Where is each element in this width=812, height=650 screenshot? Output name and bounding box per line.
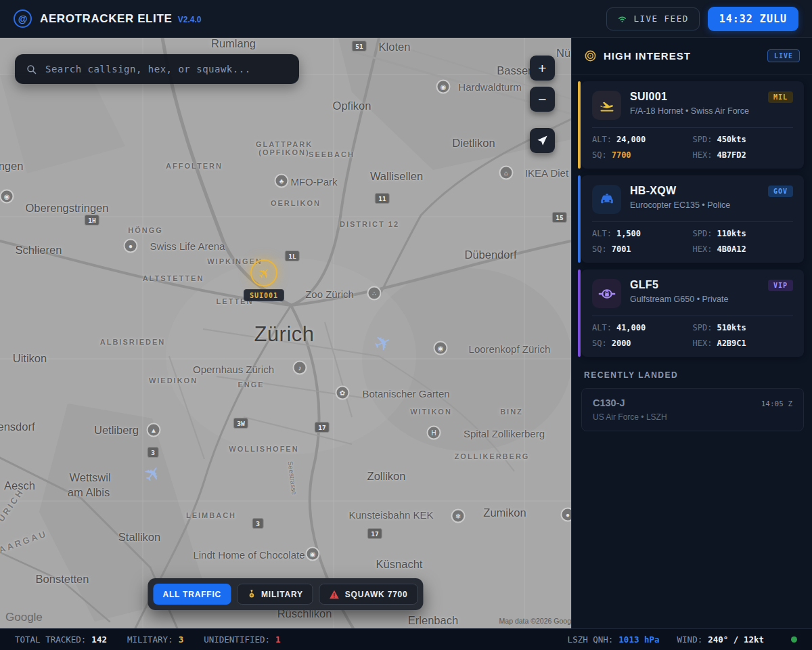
map-label: ZOLLIKERBERG xyxy=(455,452,530,460)
military-count-value: 3 xyxy=(179,634,184,645)
hex-label: HEX: xyxy=(693,339,713,348)
filter-squawk-label: SQUAWK 7700 xyxy=(345,590,408,599)
map-label: Botanischer Garten xyxy=(362,388,449,399)
map-label: HÖNGG xyxy=(128,226,163,234)
recent-detail: US Air Force • LSZH xyxy=(593,412,792,422)
alt-value: 41,000 xyxy=(616,323,646,332)
brand: @ AEROTRACKER ELITE V2.4.0 xyxy=(14,9,201,28)
aircraft-card-hbxqw[interactable]: HB-XQW GOV Eurocopter EC135 • Police ALT… xyxy=(581,175,804,263)
map-label: Kloten xyxy=(379,41,411,53)
map-label: Loorenkopf Zürich xyxy=(469,343,551,355)
recently-landed-card[interactable]: C130-J 14:05 Z US Air Force • LSZH xyxy=(581,388,804,431)
sq-label: SQ: xyxy=(592,244,607,254)
card-subtitle: Eurocopter EC135 • Police xyxy=(630,200,793,210)
map-label: ALBISRIEDEN xyxy=(100,338,166,346)
map-label: Zollikon xyxy=(367,470,406,483)
map-label: Swiss Life Arena xyxy=(150,240,225,252)
card-divider xyxy=(592,316,793,316)
top-bar: @ AEROTRACKER ELITE V2.4.0 LIVE FEED 14:… xyxy=(0,0,812,38)
app-title: AEROTRACKER ELITE V2.4.0 xyxy=(40,12,201,26)
unidentified-value: 1 xyxy=(275,634,281,645)
hex-value: 4B7FD2 xyxy=(717,150,746,160)
aircraft-marker-label: SUI001 xyxy=(244,289,284,301)
map-label: WIEDIKON xyxy=(149,376,198,385)
ikea-poi: ⌂ xyxy=(499,166,514,180)
map-canvas[interactable]: RumlangKlotenNüreBassersOpfikonDietlikon… xyxy=(0,38,571,628)
map-controls: + − xyxy=(530,56,555,153)
map-overlays: RumlangKlotenNüreBassersOpfikonDietlikon… xyxy=(0,38,571,628)
alt-value: 1,500 xyxy=(616,229,641,238)
live-feed-label: LIVE FEED xyxy=(633,14,688,24)
card-divider xyxy=(592,127,793,128)
map-label: Hardwaldturm xyxy=(458,81,521,93)
total-tracked-label: TOTAL TRACKED: xyxy=(15,634,86,645)
filter-all-traffic-button[interactable]: ALL TRAFFIC xyxy=(153,584,231,605)
map-label: Bonstetten xyxy=(36,573,89,586)
spd-label: SPD: xyxy=(693,323,713,332)
map-label: Zoo Zürich xyxy=(305,288,354,300)
map-label: URICH xyxy=(0,487,26,524)
unidentified-label: UNIDENTIFIED: xyxy=(204,634,270,645)
card-callsign: SUI001 xyxy=(630,91,667,103)
card-stats: ALT:24,000 SPD:450kts SQ:7700 HEX:4B7FD2 xyxy=(592,135,793,160)
locate-button[interactable] xyxy=(530,128,555,153)
aircraft-card-sui001[interactable]: SUI001 MIL F/A-18 Hornet • Swiss Air For… xyxy=(581,81,804,169)
hex-label: HEX: xyxy=(693,150,713,160)
edge-poi: ● xyxy=(561,508,572,522)
zoom-out-button[interactable]: − xyxy=(530,87,555,112)
gov-badge: GOV xyxy=(768,186,793,197)
hex-label: HEX: xyxy=(693,244,713,254)
traffic-aircraft-marker[interactable]: ✈ xyxy=(371,330,394,356)
map-label: GLATTPARK xyxy=(256,140,313,148)
map-label: Stallikon xyxy=(118,531,160,544)
camera-poi: ◉ xyxy=(436,80,451,94)
map-label: am Albis xyxy=(68,486,110,499)
card-stats: ALT:41,000 SPD:510kts SQ:2000 HEX:A2B9C1 xyxy=(592,323,793,348)
target-icon xyxy=(584,49,597,62)
recent-callsign: C130-J xyxy=(593,397,625,408)
map-label: Schlieren xyxy=(16,244,62,257)
sq-value: 2000 xyxy=(612,339,631,348)
aircraft-card-glf5[interactable]: GLF5 VIP Gulfstream G650 • Private ALT:4… xyxy=(581,269,804,357)
road-shield: 17 xyxy=(315,422,330,433)
map-label: Dübendorf xyxy=(464,248,516,261)
version-label: V2.4.0 xyxy=(178,15,202,24)
sq-value: 7001 xyxy=(612,244,631,254)
map-label: Seestrasse xyxy=(286,461,298,496)
map-label: Rumlang xyxy=(211,38,256,50)
map-label: IKEA Diet xyxy=(525,167,568,179)
road-shield: 17 xyxy=(367,528,382,539)
plane-icon: ✈ xyxy=(254,263,273,282)
live-feed-button[interactable]: LIVE FEED xyxy=(606,7,699,30)
map-label: MFO-Park xyxy=(290,176,337,188)
search-input[interactable] xyxy=(45,64,288,74)
medal-icon xyxy=(247,589,256,599)
road-shield: 1L xyxy=(285,251,300,261)
filter-squawk-7700-button[interactable]: SQUAWK 7700 xyxy=(319,584,418,605)
map-label: Oberengstringen xyxy=(26,202,109,215)
zulu-clock-button[interactable]: 14:32 ZULU xyxy=(708,7,798,31)
road-shield: 15 xyxy=(552,212,567,223)
map-label: WITIKON xyxy=(410,408,452,416)
map-label: Opfikon xyxy=(333,100,371,112)
card-subtitle: F/A-18 Hornet • Swiss Air Force xyxy=(630,106,793,116)
map-label: ngen xyxy=(0,160,23,173)
map-label: Kunsteisbahn KEK xyxy=(348,509,433,521)
filter-military-button[interactable]: MILITARY xyxy=(237,584,313,605)
map-attribution: Map data ©2026 Goog xyxy=(499,617,571,625)
map-label: Küsnacht xyxy=(376,558,423,571)
spd-label: SPD: xyxy=(693,135,713,144)
qnh-label: LSZH QNH: xyxy=(568,634,614,645)
map-label: Wallisellen xyxy=(370,170,423,183)
aircraft-marker-sui001[interactable]: ✈ xyxy=(250,259,277,286)
status-bar: TOTAL TRACKED:142 MILITARY:3 UNIDENTIFIE… xyxy=(0,628,812,650)
live-badge: LIVE xyxy=(767,49,800,62)
sq-value: 7700 xyxy=(612,150,631,160)
alt-value: 24,000 xyxy=(616,135,646,144)
zoom-in-button[interactable]: + xyxy=(530,56,555,81)
map-label: Zumikon xyxy=(483,506,526,519)
traffic-aircraft-marker[interactable]: ✈ xyxy=(140,461,166,487)
ice-rink-poi: ❄ xyxy=(451,509,466,523)
search-bar xyxy=(15,54,299,84)
map-label: Zürich xyxy=(254,322,314,347)
